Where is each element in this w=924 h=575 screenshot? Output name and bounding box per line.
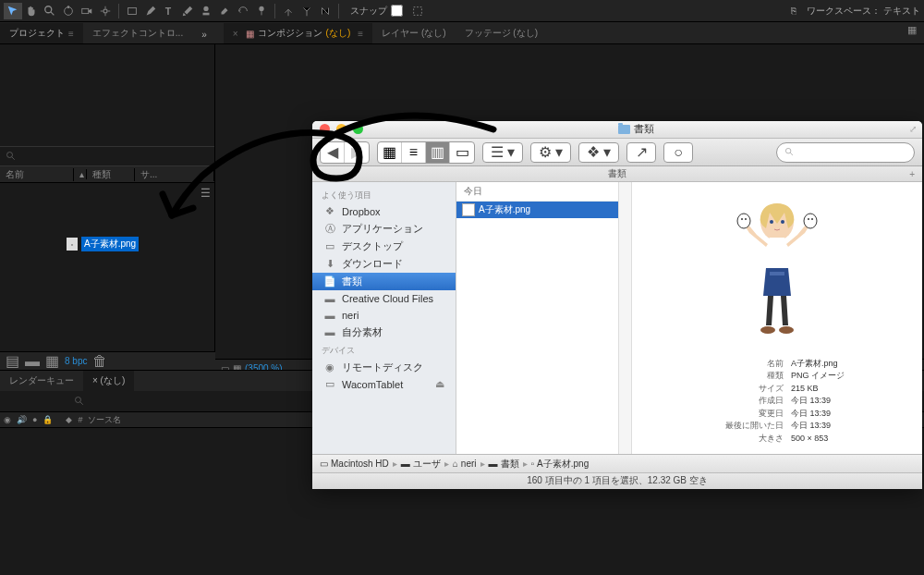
audio-icon[interactable]: 🔊 <box>17 415 27 424</box>
svg-point-25 <box>779 326 794 334</box>
axis-z-icon[interactable] <box>316 3 334 19</box>
file-column[interactable]: 今日 ▫ A子素材.png <box>456 182 619 455</box>
disk-icon: ▭ <box>320 459 328 469</box>
search-input[interactable] <box>776 142 915 163</box>
col-type[interactable]: 種類 <box>87 168 135 181</box>
sidebar-item-dropbox[interactable]: ❖Dropbox <box>312 203 456 220</box>
sidebar-item-applications[interactable]: Ⓐアプリケーション <box>312 220 456 238</box>
eraser-tool-icon[interactable] <box>215 3 234 19</box>
rect-tool-icon[interactable] <box>123 3 141 19</box>
project-item-name: A子素材.png <box>81 237 139 251</box>
column-view-button[interactable]: ▥ <box>426 142 450 163</box>
zoom-button[interactable] <box>353 124 363 134</box>
finder-titlebar[interactable]: 書類 ⤢ <box>312 121 922 139</box>
selection-tool-icon[interactable] <box>4 3 22 19</box>
col-sort-icon[interactable]: ▴ <box>74 169 87 179</box>
col-size[interactable]: サ... <box>135 168 214 181</box>
interpret-icon[interactable]: ▤ <box>6 352 19 370</box>
tab-effect-controls[interactable]: エフェクトコントロ... <box>83 23 192 43</box>
anchor-tool-icon[interactable] <box>96 3 115 19</box>
trash-icon[interactable]: 🗑 <box>92 353 107 370</box>
tab-footage[interactable]: フッテージ (なし) <box>456 23 547 43</box>
sidebar-item-documents[interactable]: 📄書類 <box>312 273 456 290</box>
tab-project[interactable]: プロジェクト ≡ <box>0 23 83 43</box>
dropbox-button[interactable]: ❖ ▾ <box>578 142 619 163</box>
eject-icon[interactable]: ⏏ <box>435 378 444 390</box>
index-col[interactable]: # <box>78 415 82 424</box>
zoom-tool-icon[interactable] <box>41 3 59 19</box>
snap-checkbox[interactable] <box>391 5 403 17</box>
bpc-label[interactable]: 8 bpc <box>65 356 87 366</box>
tab-bar: 書類 + <box>312 166 922 181</box>
camera-tool-icon[interactable] <box>78 3 96 19</box>
stamp-tool-icon[interactable] <box>197 3 215 19</box>
path-segment[interactable]: ▬ユーザ <box>401 458 441 471</box>
axis-y-icon[interactable] <box>298 3 316 19</box>
tab-composition[interactable]: × ▦ コンポジション (なし) ≡ <box>224 23 372 43</box>
panel-menu-icon[interactable]: ☰ <box>201 187 211 200</box>
share-button[interactable]: ↗ <box>626 142 656 163</box>
comp-new-icon[interactable]: ▦ <box>907 24 917 36</box>
axis-tool-icon[interactable] <box>279 3 298 19</box>
tab-chevron[interactable]: » <box>192 26 216 43</box>
pin-tool-icon[interactable] <box>252 3 271 19</box>
folder-icon: ▬ <box>323 309 336 322</box>
sidebar-item-wacom[interactable]: ▭WacomTablet⏏ <box>312 376 456 393</box>
roto-tool-icon[interactable] <box>234 3 252 19</box>
svg-point-0 <box>45 6 52 12</box>
forward-button[interactable]: ▶ <box>345 142 369 163</box>
view-mode-buttons: ▦ ≡ ▥ ▭ <box>377 141 475 164</box>
col-name[interactable]: 名前 <box>0 168 74 181</box>
sidebar-item-downloads[interactable]: ⬇ダウンロード <box>312 255 456 273</box>
back-button[interactable]: ◀ <box>321 142 345 163</box>
svg-point-21 <box>808 218 809 220</box>
av-icon[interactable]: ◉ <box>4 415 11 424</box>
file-item[interactable]: ▫ A子素材.png <box>456 202 618 218</box>
source-col[interactable]: ソース名 <box>88 414 121 426</box>
app-icon: Ⓐ <box>323 222 336 235</box>
sidebar-item-neri[interactable]: ▬neri <box>312 307 456 324</box>
project-file-list[interactable]: ☰ ▫ A子素材.png <box>0 183 214 331</box>
svg-point-13 <box>785 149 791 154</box>
workspace-label[interactable]: ⎘ ワークスペース： テキスト <box>791 5 920 18</box>
pen-tool-icon[interactable] <box>141 3 160 19</box>
coverflow-view-button[interactable]: ▭ <box>450 142 474 163</box>
close-button[interactable] <box>320 124 330 134</box>
solo-icon[interactable]: ● <box>32 415 37 424</box>
snap-option-icon[interactable] <box>408 3 427 19</box>
icon-view-button[interactable]: ▦ <box>378 142 402 163</box>
svg-point-22 <box>811 218 813 220</box>
path-segment[interactable]: ▫A子素材.png <box>531 458 590 471</box>
minimize-button[interactable] <box>336 124 346 134</box>
project-panel: 名前 ▴ 種類 サ... ☰ ▫ A子素材.png <box>0 44 215 377</box>
folder-icon: ▬ <box>323 325 336 338</box>
rotate-tool-icon[interactable] <box>59 3 78 19</box>
label-icon[interactable]: ◆ <box>66 415 72 424</box>
resize-icon[interactable]: ⤢ <box>909 124 917 134</box>
hand-tool-icon[interactable] <box>22 3 41 19</box>
text-tool-icon[interactable]: T <box>160 3 178 19</box>
svg-point-7 <box>203 6 208 10</box>
sidebar-item-materials[interactable]: ▬自分素材 <box>312 324 456 341</box>
lock-icon[interactable]: 🔒 <box>43 415 53 424</box>
sidebar-item-desktop[interactable]: ▭デスクトップ <box>312 238 456 255</box>
path-segment[interactable]: ⌂neri <box>453 459 477 469</box>
path-segment[interactable]: ▭Macintosh HD <box>320 459 389 469</box>
sidebar-item-creative-cloud[interactable]: ▬Creative Cloud Files <box>312 290 456 307</box>
tab-timeline-none[interactable]: × (なし) <box>83 371 134 391</box>
path-segment[interactable]: ▬書類 <box>489 458 519 471</box>
action-button[interactable]: ⚙ ▾ <box>530 142 571 163</box>
list-view-button[interactable]: ≡ <box>402 142 426 163</box>
folder-icon[interactable]: ▬ <box>25 353 40 370</box>
project-item[interactable]: ▫ A子素材.png <box>67 237 139 251</box>
arrange-button[interactable]: ☰ ▾ <box>482 142 523 163</box>
tab-layer[interactable]: レイヤー (なし) <box>372 23 455 43</box>
sidebar-item-remote-disk[interactable]: ◉リモートディスク <box>312 359 456 376</box>
project-search[interactable] <box>0 146 214 166</box>
column-scrollbar[interactable] <box>619 182 632 455</box>
tab-render-queue[interactable]: レンダーキュー <box>0 371 83 391</box>
brush-tool-icon[interactable] <box>178 3 197 19</box>
comp-new-icon[interactable]: ▦ <box>45 352 59 370</box>
tags-button[interactable]: ○ <box>663 142 693 163</box>
add-tab-icon[interactable]: + <box>909 169 915 179</box>
